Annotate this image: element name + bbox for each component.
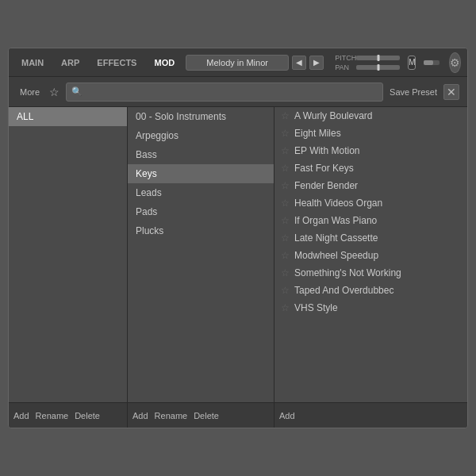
tab-arp[interactable]: ARP <box>55 56 86 70</box>
list-item[interactable]: Bass <box>128 145 274 164</box>
preset-name-label: Late Night Cassette <box>294 232 461 244</box>
list-item[interactable]: ☆ Fast For Keys <box>274 159 467 177</box>
star-icon[interactable]: ☆ <box>281 215 290 226</box>
preset-footer: Add <box>274 402 467 428</box>
search-icon: 🔍 <box>71 86 83 97</box>
list-item[interactable]: ALL <box>9 107 127 126</box>
list-item[interactable]: ☆ If Organ Was Piano <box>274 212 467 229</box>
list-item[interactable]: ☆ Eight Miles <box>274 125 467 142</box>
list-item[interactable]: ☆ VHS Style <box>274 299 467 317</box>
star-icon[interactable]: ☆ <box>281 180 290 191</box>
rename-subcategory-button[interactable]: Rename <box>155 411 188 420</box>
list-item[interactable]: ☆ Late Night Cassette <box>274 229 467 247</box>
list-item[interactable]: ☆ A Wurly Boulevard <box>274 107 467 125</box>
pan-label: PAN <box>335 63 354 71</box>
list-item[interactable]: Leads <box>128 183 274 202</box>
list-item[interactable]: 00 - Solo Instruments <box>128 107 274 126</box>
subcategory-list: 00 - Solo Instruments Arpeggios Bass Key… <box>128 107 274 402</box>
preset-list: ☆ A Wurly Boulevard ☆ Eight Miles ☆ EP W… <box>274 107 467 402</box>
favorites-star-button[interactable]: ☆ <box>49 86 60 98</box>
list-item[interactable]: ☆ Modwheel Speedup <box>274 247 467 264</box>
add-preset-button[interactable]: Add <box>279 411 295 420</box>
volume-slider[interactable] <box>424 60 440 65</box>
star-icon[interactable]: ☆ <box>281 198 290 209</box>
preset-col: ☆ A Wurly Boulevard ☆ Eight Miles ☆ EP W… <box>274 107 467 428</box>
gear-button[interactable]: ⚙ <box>449 52 461 73</box>
m-button[interactable]: M <box>408 56 416 70</box>
tab-effects[interactable]: EFFECTS <box>90 56 143 70</box>
add-subcategory-button[interactable]: Add <box>132 411 148 420</box>
star-icon[interactable]: ☆ <box>281 250 290 261</box>
search-bar: More ☆ 🔍 Save Preset ✕ <box>9 77 467 107</box>
list-item[interactable]: Plucks <box>128 221 274 240</box>
star-icon[interactable]: ☆ <box>281 267 290 278</box>
top-nav-bar: MAIN ARP EFFECTS MOD Melody in Minor ◀ ▶… <box>9 48 467 77</box>
preset-name-label: If Organ Was Piano <box>294 215 461 226</box>
next-preset-button[interactable]: ▶ <box>309 56 324 70</box>
pitch-pan-controls: PITCH PAN <box>335 54 400 71</box>
delete-subcategory-button[interactable]: Delete <box>194 411 219 420</box>
preset-name-label: Taped And Overdubbec <box>294 285 461 296</box>
preset-name-label: A Wurly Boulevard <box>294 110 461 121</box>
star-icon[interactable]: ☆ <box>281 110 290 121</box>
search-input-wrap: 🔍 <box>66 83 383 102</box>
list-item[interactable]: Arpeggios <box>128 126 274 145</box>
preset-name-label: Modwheel Speedup <box>294 250 461 261</box>
search-input[interactable] <box>86 87 378 97</box>
list-item[interactable]: ☆ Health Videos Organ <box>274 194 467 212</box>
tab-mod[interactable]: MOD <box>148 56 181 70</box>
prev-preset-button[interactable]: ◀ <box>292 56 306 70</box>
star-icon[interactable]: ☆ <box>281 128 290 139</box>
main-content: ALL Add Rename Delete 00 - Solo Instrume… <box>9 107 467 428</box>
subcategory-col: 00 - Solo Instruments Arpeggios Bass Key… <box>128 107 274 428</box>
preset-name-label: VHS Style <box>294 302 461 313</box>
preset-name-label: Eight Miles <box>294 128 461 139</box>
list-item[interactable]: ☆ Fender Bender <box>274 177 467 194</box>
save-preset-button[interactable]: Save Preset <box>390 87 437 97</box>
add-category-button[interactable]: Add <box>13 411 29 420</box>
category-col: ALL Add Rename Delete <box>9 107 128 428</box>
star-icon[interactable]: ☆ <box>281 232 290 244</box>
pitch-label: PITCH <box>335 54 354 62</box>
pan-row: PAN <box>335 63 400 71</box>
list-item[interactable]: Pads <box>128 202 274 221</box>
category-footer: Add Rename Delete <box>9 402 127 428</box>
preset-name-area: Melody in Minor ◀ ▶ <box>186 55 324 71</box>
list-item[interactable]: ☆ Taped And Overdubbec <box>274 282 467 299</box>
list-item[interactable]: ☆ EP With Motion <box>274 142 467 159</box>
preset-name-label: Something's Not Working <box>294 267 461 278</box>
category-list: ALL <box>9 107 127 402</box>
star-icon[interactable]: ☆ <box>281 145 290 156</box>
star-icon[interactable]: ☆ <box>281 285 290 296</box>
pitch-slider[interactable] <box>356 56 400 60</box>
close-button[interactable]: ✕ <box>443 84 459 100</box>
main-window: MAIN ARP EFFECTS MOD Melody in Minor ◀ ▶… <box>8 48 468 428</box>
list-item[interactable]: ☆ Something's Not Working <box>274 264 467 282</box>
more-button[interactable]: More <box>17 86 43 98</box>
preset-name-label: Fender Bender <box>294 180 461 191</box>
preset-name-label: EP With Motion <box>294 145 461 156</box>
pitch-row: PITCH <box>335 54 400 62</box>
star-icon[interactable]: ☆ <box>281 302 290 313</box>
preset-name-label: Fast For Keys <box>294 163 461 174</box>
list-item[interactable]: Keys <box>128 164 274 183</box>
pan-slider[interactable] <box>356 65 400 70</box>
delete-category-button[interactable]: Delete <box>75 411 100 420</box>
rename-category-button[interactable]: Rename <box>36 411 69 420</box>
preset-name-display[interactable]: Melody in Minor <box>186 55 289 71</box>
tab-main[interactable]: MAIN <box>15 56 50 70</box>
preset-name-label: Health Videos Organ <box>294 198 461 209</box>
subcategory-footer: Add Rename Delete <box>128 402 274 428</box>
star-icon[interactable]: ☆ <box>281 163 290 174</box>
